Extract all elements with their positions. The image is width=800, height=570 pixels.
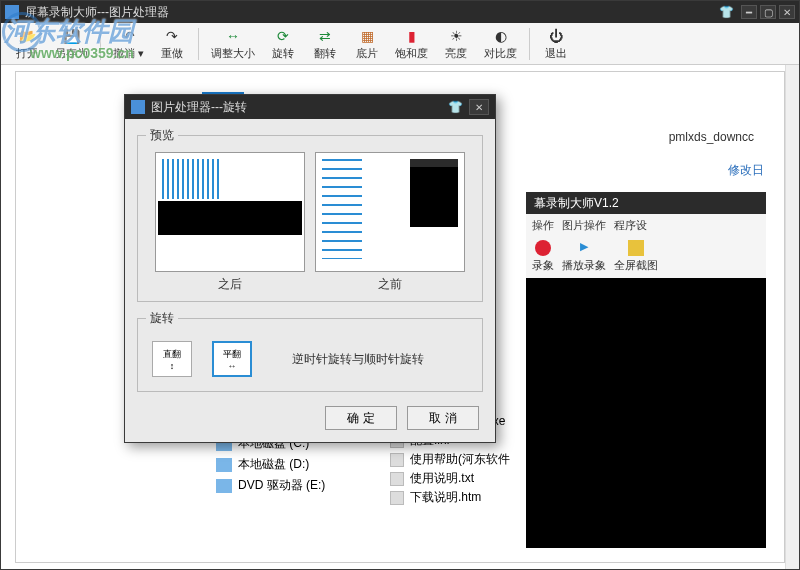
drive-icon: [216, 479, 232, 493]
file-item[interactable]: 使用说明.txt: [386, 469, 586, 488]
column-date[interactable]: 修改日: [728, 162, 764, 179]
rotate-legend: 旋转: [146, 310, 178, 327]
tool-退出[interactable]: ⏻退出: [536, 25, 576, 63]
place-item[interactable]: 本地磁盘 (D:): [212, 454, 372, 475]
重做-icon: ↷: [163, 27, 181, 45]
tool-翻转[interactable]: ⇄翻转: [305, 25, 345, 63]
close-button[interactable]: ✕: [779, 5, 795, 19]
horizontal-flip-button[interactable]: 平翻↔: [212, 341, 252, 377]
翻转-icon: ⇄: [316, 27, 334, 45]
shirt-icon: 👕: [719, 5, 735, 19]
tool-对比度[interactable]: ◐对比度: [478, 25, 523, 63]
旋转-icon: ⟳: [274, 27, 292, 45]
maximize-button[interactable]: ▢: [760, 5, 776, 19]
file-icon: [390, 491, 404, 505]
emb-record[interactable]: 录象: [532, 240, 554, 276]
tool-底片[interactable]: ▦底片: [347, 25, 387, 63]
另存为-icon: 💾: [63, 27, 81, 45]
撤消 ▾-icon: ↶: [120, 27, 138, 45]
tool-重做[interactable]: ↷重做: [152, 25, 192, 63]
vertical-scrollbar[interactable]: [785, 65, 799, 569]
vflip-icon: ↕: [170, 361, 175, 371]
tool-调整大小[interactable]: ↔调整大小: [205, 25, 261, 63]
file-icon: [390, 472, 404, 486]
minimize-button[interactable]: ━: [741, 5, 757, 19]
tool-另存为[interactable]: 💾另存为: [49, 25, 94, 63]
dialog-titlebar: 图片处理器---旋转 👕 ✕: [125, 95, 495, 119]
path-text: pmlxds_downcc: [669, 130, 754, 144]
file-item[interactable]: 下载说明.htm: [386, 488, 586, 507]
hflip-icon: ↔: [228, 361, 237, 371]
tool-旋转[interactable]: ⟳旋转: [263, 25, 303, 63]
after-label: 之后: [155, 276, 305, 293]
cancel-button[interactable]: 取 消: [407, 406, 479, 430]
对比度-icon: ◐: [492, 27, 510, 45]
preview-legend: 预览: [146, 127, 178, 144]
drive-icon: [216, 458, 232, 472]
preview-before: 之前: [315, 152, 465, 293]
shirt-icon: 👕: [448, 100, 463, 114]
亮度-icon: ☀: [447, 27, 465, 45]
rotate-hint: 逆时针旋转与顺时针旋转: [292, 351, 424, 368]
tool-撤消 ▾[interactable]: ↶撤消 ▾: [107, 25, 150, 63]
embedded-title: 幕录制大师V1.2: [526, 192, 766, 214]
rotate-dialog: 图片处理器---旋转 👕 ✕ 预览 之后 之前 旋转 直翻↕ 平翻↔: [124, 94, 496, 443]
dialog-title: 图片处理器---旋转: [151, 99, 247, 116]
tool-亮度[interactable]: ☀亮度: [436, 25, 476, 63]
dialog-icon: [131, 100, 145, 114]
dialog-close-button[interactable]: ✕: [469, 99, 489, 115]
rotate-group: 旋转 直翻↕ 平翻↔ 逆时针旋转与顺时针旋转: [137, 310, 483, 392]
file-icon: [390, 453, 404, 467]
preview-group: 预览 之后 之前: [137, 127, 483, 302]
底片-icon: ▦: [358, 27, 376, 45]
embedded-tools: 录象 ▶播放录象 全屏截图: [526, 236, 766, 280]
ok-button[interactable]: 确 定: [325, 406, 397, 430]
饱和度-icon: ▮: [403, 27, 421, 45]
vertical-flip-button[interactable]: 直翻↕: [152, 341, 192, 377]
watermark-ring: [2, 12, 42, 52]
titlebar: 屏幕录制大师---图片处理器 👕 ━ ▢ ✕: [1, 1, 799, 23]
main-toolbar: 📂打开💾另存为↶撤消 ▾↷重做↔调整大小⟳旋转⇄翻转▦底片▮饱和度☀亮度◐对比度…: [1, 23, 799, 65]
调整大小-icon: ↔: [224, 27, 242, 45]
before-label: 之前: [315, 276, 465, 293]
tool-饱和度[interactable]: ▮饱和度: [389, 25, 434, 63]
emb-play[interactable]: ▶播放录象: [562, 240, 606, 276]
emb-fullscreen[interactable]: 全屏截图: [614, 240, 658, 276]
preview-after: 之后: [155, 152, 305, 293]
window-title: 屏幕录制大师---图片处理器: [25, 4, 719, 21]
place-item[interactable]: DVD 驱动器 (E:): [212, 475, 372, 496]
file-item[interactable]: 使用帮助(河东软件: [386, 450, 586, 469]
退出-icon: ⏻: [547, 27, 565, 45]
